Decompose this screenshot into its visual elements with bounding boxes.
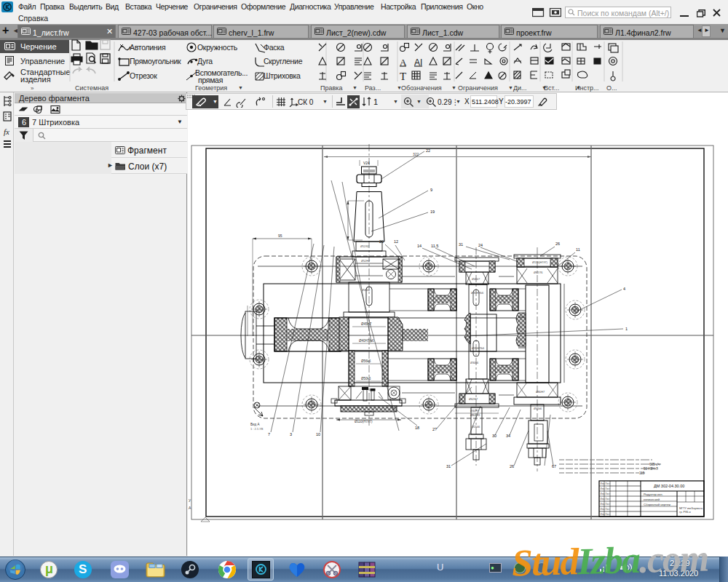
svg-text:Изм.Лист: Изм.Лист (601, 487, 611, 490)
svg-text:Ø25k6: Ø25k6 (472, 426, 480, 428)
svg-text:Изм.Лист: Изм.Лист (601, 498, 611, 501)
svg-text:fx: fx (4, 127, 9, 136)
svg-text:7: 7 (268, 432, 270, 436)
svg-text:Ø110(H7/f7): Ø110(H7/f7) (355, 420, 373, 423)
svg-text:Ø40k?: Ø40k? (472, 278, 480, 281)
svg-text:31: 31 (446, 464, 451, 469)
svg-text:1 : 2.5 УВ: 1 : 2.5 УВ (250, 427, 264, 431)
svg-text:12: 12 (394, 239, 398, 244)
svg-text:67: 67 (552, 464, 556, 469)
svg-text:10: 10 (316, 432, 320, 436)
svg-text:Изм.Лист: Изм.Лист (601, 513, 611, 516)
svg-text:34: 34 (506, 434, 510, 438)
svg-text:МГТУ им.Баумана: МГТУ им.Баумана (679, 507, 703, 510)
svg-text:Изм.Лист: Изм.Лист (601, 503, 611, 506)
svg-text:ДМ 302-04.30.00: ДМ 302-04.30.00 (654, 484, 684, 488)
svg-text:Ø35H7/k6: Ø35H7/k6 (472, 347, 484, 350)
svg-text:V24: V24 (363, 161, 370, 165)
svg-text:50 НВЧ-Л: 50 НВЧ-Л (644, 467, 658, 471)
svg-text:гр. РК6-в: гр. РК6-в (679, 511, 691, 514)
svg-text:11: 11 (576, 247, 580, 252)
svg-text:4: 4 (623, 287, 625, 291)
svg-text:26: 26 (555, 242, 560, 246)
svg-text:Ø62H7: Ø62H7 (469, 398, 478, 401)
svg-text:115: 115 (639, 471, 645, 475)
svg-text:T: T (400, 71, 406, 82)
svg-text:Ø40H7/p6: Ø40H7/p6 (359, 339, 374, 343)
svg-text:95: 95 (278, 234, 282, 238)
svg-text:Изм.Лист: Изм.Лист (601, 508, 611, 511)
svg-text:Ø52H7: Ø52H7 (361, 260, 370, 263)
svg-text:Ø130(H7/f7): Ø130(H7/f7) (532, 261, 548, 264)
svg-text:Ø52/62: Ø52/62 (360, 245, 369, 248)
svg-text:1: 1 (625, 327, 628, 331)
svg-text:14: 14 (417, 244, 422, 248)
svg-text:Ø50k6: Ø50k6 (361, 377, 371, 380)
svg-text:Ø30k6: Ø30k6 (470, 362, 478, 364)
svg-text:Изм.Лист: Изм.Лист (601, 482, 611, 485)
svg-text:Изм.Лист: Изм.Лист (601, 493, 611, 495)
svg-text:605 к/ч: 605 к/ч (649, 463, 660, 466)
svg-text:Ø56k6: Ø56k6 (361, 359, 371, 363)
svg-text:22: 22 (426, 148, 430, 153)
svg-text:31: 31 (459, 242, 463, 247)
svg-text:Редуктор кон.: Редуктор кон. (644, 493, 663, 496)
svg-text:Ø40k6: Ø40k6 (534, 407, 542, 410)
svg-text:Ø40H?: Ø40H? (470, 410, 479, 412)
svg-text:19: 19 (430, 210, 435, 214)
svg-text:Вид А: Вид А (250, 423, 259, 426)
svg-text:Ø80H7: Ø80H7 (536, 391, 545, 394)
svg-text:конический: конический (644, 498, 660, 501)
svg-text:20: 20 (379, 239, 384, 244)
svg-text:24: 24 (478, 243, 483, 247)
svg-text:18: 18 (415, 426, 419, 430)
svg-text:Ø35H7/k6: Ø35H7/k6 (471, 292, 483, 295)
svg-text:322: 322 (413, 152, 419, 156)
svg-text:Ø45k6: Ø45k6 (362, 289, 370, 292)
svg-text:3: 3 (290, 432, 292, 436)
svg-text:Сборочный чертеж: Сборочный чертеж (644, 503, 670, 506)
svg-text:Ø62/76: Ø62/76 (534, 271, 542, 274)
svg-text:30: 30 (492, 434, 496, 438)
svg-text:26: 26 (510, 464, 514, 469)
svg-text:9: 9 (430, 188, 432, 192)
svg-text:11.5: 11.5 (431, 244, 438, 248)
svg-text:2?: 2? (432, 427, 437, 431)
svg-text:Ø82/99: Ø82/99 (470, 413, 480, 417)
svg-text:А: А (189, 506, 191, 510)
svg-text:У: У (189, 498, 191, 503)
